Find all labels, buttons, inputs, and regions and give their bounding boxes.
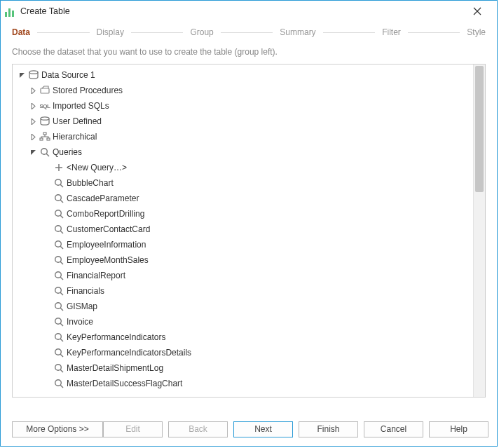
svg-rect-7: [47, 138, 50, 140]
edit-button[interactable]: Edit: [103, 421, 163, 437]
query-icon: [53, 362, 64, 374]
query-icon: [53, 301, 64, 312]
svg-line-9: [46, 154, 49, 156]
close-icon: [473, 7, 481, 15]
expand-icon[interactable]: [28, 116, 38, 126]
step-summary[interactable]: Summary: [280, 27, 315, 37]
tree-query-item[interactable]: MasterDetailShipmentLog: [14, 360, 484, 376]
tree-category-hierarchical[interactable]: Hierarchical: [14, 129, 484, 144]
finish-button[interactable]: Finish: [299, 421, 358, 437]
query-icon: [53, 316, 64, 327]
dataset-tree[interactable]: Data Source 1 Stored Procedures: [13, 65, 485, 394]
svg-line-27: [60, 292, 63, 295]
query-icon: [53, 254, 64, 266]
step-filter[interactable]: Filter: [382, 27, 401, 37]
dataset-tree-container: Data Source 1 Stored Procedures: [12, 64, 486, 398]
tree-query-item[interactable]: <New Query…>: [14, 160, 484, 175]
tree-query-item[interactable]: ComboReportDrilling: [14, 206, 484, 222]
scrollbar-thumb[interactable]: [475, 66, 484, 192]
svg-point-14: [55, 195, 62, 201]
tree-query-label: Financials: [67, 286, 104, 296]
svg-line-35: [60, 354, 63, 357]
tree-category-imported-sqls[interactable]: SQL Imported SQLs: [14, 98, 484, 114]
tree-query-item[interactable]: FinancialReport: [14, 268, 484, 283]
svg-line-37: [60, 369, 63, 372]
svg-point-22: [55, 257, 62, 263]
svg-point-32: [55, 334, 62, 340]
expand-icon[interactable]: [28, 132, 38, 142]
tree-category-stored-procedures[interactable]: Stored Procedures: [14, 83, 484, 98]
database-icon: [28, 69, 39, 81]
tree-query-item[interactable]: KeyPerformanceIndicatorsDetails: [14, 345, 484, 360]
wizard-subtitle: Choose the dataset that you want to use …: [1, 43, 497, 64]
tree-query-item[interactable]: GISMap: [14, 299, 484, 314]
svg-point-12: [55, 179, 62, 186]
tree-query-item[interactable]: KeyPerformanceIndicators: [14, 330, 484, 345]
tree-query-item[interactable]: CustomerContactCard: [14, 222, 484, 237]
query-icon: [53, 347, 64, 358]
scrollbar[interactable]: [473, 65, 485, 397]
expand-icon[interactable]: [28, 86, 38, 95]
tree-category-queries[interactable]: Queries: [14, 144, 484, 160]
query-icon: [53, 239, 64, 250]
svg-line-29: [60, 308, 63, 311]
svg-point-36: [55, 365, 62, 371]
collapse-icon[interactable]: [28, 147, 38, 157]
step-style[interactable]: Style: [467, 27, 486, 37]
tree-query-item[interactable]: Invoice: [14, 314, 484, 330]
tree-query-label: MasterDetailSuccessFlagChart: [67, 379, 182, 388]
tree-category-label: User Defined: [53, 116, 102, 126]
step-data[interactable]: Data: [12, 27, 30, 37]
back-button[interactable]: Back: [168, 421, 228, 437]
step-display[interactable]: Display: [97, 27, 124, 37]
svg-rect-3: [41, 88, 49, 93]
query-icon: [53, 270, 64, 281]
collapse-icon[interactable]: [17, 70, 27, 80]
svg-line-19: [60, 231, 63, 233]
expand-icon[interactable]: [28, 101, 38, 111]
tree-query-label: Invoice: [67, 317, 93, 327]
cancel-button[interactable]: Cancel: [364, 421, 423, 437]
svg-point-2: [29, 71, 38, 74]
step-group[interactable]: Group: [190, 27, 213, 37]
svg-rect-5: [43, 133, 46, 135]
tree-query-item[interactable]: MasterDetailSuccessFlagChart: [14, 376, 484, 391]
tree-category-label: Stored Procedures: [53, 86, 123, 95]
svg-point-20: [55, 241, 62, 247]
svg-point-16: [55, 210, 62, 217]
svg-line-31: [60, 323, 63, 326]
tree-root-label: Data Source 1: [41, 70, 95, 80]
svg-point-26: [55, 287, 62, 294]
svg-line-33: [60, 339, 63, 341]
app-icon: [5, 6, 16, 17]
window-title: Create Table: [20, 6, 463, 16]
tree-query-item[interactable]: EmployeeInformation: [14, 237, 484, 252]
tree-category-user-defined[interactable]: User Defined: [14, 114, 484, 129]
tree-query-label: CustomerContactCard: [67, 224, 150, 234]
tree-query-label: ComboReportDrilling: [67, 209, 144, 219]
tree-query-item[interactable]: BubbleChart: [14, 175, 484, 191]
step-separator: [408, 32, 460, 33]
wizard-steps: Data Display Group Summary Filter Style: [1, 22, 497, 43]
step-separator: [37, 32, 90, 33]
close-button[interactable]: [463, 1, 491, 22]
svg-line-39: [60, 385, 63, 388]
svg-line-21: [60, 246, 63, 249]
svg-line-25: [60, 277, 63, 280]
help-button[interactable]: Help: [429, 421, 488, 437]
tree-query-item[interactable]: Financials: [14, 283, 484, 299]
hierarchy-icon: [39, 131, 50, 142]
title-bar: Create Table: [1, 1, 497, 22]
svg-line-15: [60, 200, 63, 203]
tree-category-label: Hierarchical: [53, 132, 97, 142]
svg-point-28: [55, 303, 62, 309]
tree-query-item[interactable]: EmployeeMonthSales: [14, 252, 484, 268]
more-options-button[interactable]: More Options >>: [12, 421, 103, 437]
tree-query-label: <New Query…>: [67, 163, 127, 172]
tree-query-item[interactable]: CascadeParameter: [14, 191, 484, 206]
next-button[interactable]: Next: [233, 421, 293, 437]
tree-query-label: KeyPerformanceIndicatorsDetails: [67, 348, 191, 358]
svg-point-30: [55, 318, 62, 325]
query-icon: [53, 285, 64, 297]
tree-root[interactable]: Data Source 1: [14, 67, 484, 83]
